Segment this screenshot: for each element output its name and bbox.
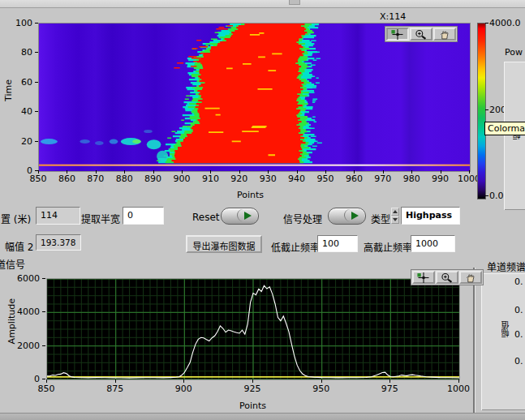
zoom-tool-button[interactable] <box>410 28 432 41</box>
reset-toggle[interactable] <box>221 208 259 225</box>
type-spinner <box>391 208 399 225</box>
right-bottom-panel-side-label: 幅值 <box>500 321 512 337</box>
tick-mark <box>67 170 67 174</box>
cursor-tool-button[interactable] <box>412 271 435 284</box>
x-tick-label: 950 <box>312 384 329 394</box>
x-tick-label: 930 <box>260 174 277 184</box>
low-cutoff-label: 低截止频率 <box>271 240 320 254</box>
x-tick-label: 975 <box>381 384 398 394</box>
x-tick-label: 850 <box>38 384 55 394</box>
half-width-input[interactable]: 0 <box>123 207 164 225</box>
tick-mark <box>183 379 184 383</box>
x-tick-label: 970 <box>374 174 391 184</box>
hand-icon <box>462 272 480 283</box>
tick-mark <box>252 379 253 383</box>
x-tick-label: 850 <box>30 174 47 184</box>
x-tick-label: 980 <box>403 174 420 184</box>
y-tick-label: 80 <box>21 47 32 58</box>
y-tick-label: 2000 <box>17 341 40 351</box>
colorbar-tick-label: 0.0 <box>489 191 504 201</box>
tick-mark <box>42 311 45 312</box>
signal-graph-palette <box>411 269 484 285</box>
tick-mark <box>441 170 441 174</box>
zoom-tool-button[interactable] <box>436 271 458 284</box>
tick-mark <box>46 379 47 383</box>
x-tick-label: 1000 <box>447 384 470 394</box>
y-tick-label: 40 <box>21 106 32 117</box>
x-tick-label: 950 <box>317 174 334 184</box>
crosshair-icon <box>389 29 407 40</box>
y-tick-label: 20 <box>21 136 32 147</box>
tick-mark <box>42 379 45 379</box>
x-tick-label: 900 <box>174 174 191 184</box>
amplitude2-label: 幅值 2 <box>5 239 33 253</box>
x-tick-label: 880 <box>116 174 133 184</box>
signal-chart-canvas <box>47 279 459 379</box>
tick-mark <box>96 170 97 174</box>
filter-type-combo[interactable]: Highpass <box>401 207 460 225</box>
window-bottom-edge <box>0 413 525 420</box>
colorbar-tick-label: 4000.0 <box>489 18 521 28</box>
x-tick-label: 890 <box>144 174 161 184</box>
waterfall-x-axis-title: Points <box>237 190 264 200</box>
tick-mark <box>115 379 116 383</box>
x-tick-label: 960 <box>346 174 363 184</box>
tick-mark <box>268 170 269 174</box>
down-arrow-icon <box>393 218 398 221</box>
x-tick-label: 940 <box>288 174 305 184</box>
colormap-tooltip: Colormap <box>484 122 525 135</box>
signal-processing-toggle[interactable] <box>328 208 366 225</box>
export-waterfall-button[interactable]: 导出瀑布图数据 <box>186 235 262 253</box>
right-bottom-panel-y-axis: 0.0.0.0. <box>511 273 525 371</box>
position-label: 置 (米) <box>1 212 31 225</box>
toggle-arrow-icon <box>351 212 359 220</box>
tick-mark <box>182 170 183 174</box>
tick-mark <box>325 170 326 174</box>
tick-mark <box>383 170 384 174</box>
toggle-arrow-icon <box>244 212 252 220</box>
up-arrow-icon <box>393 210 398 213</box>
y-tick-label: 6000 <box>17 273 40 284</box>
signal-y-axis: 6000400020000 <box>16 278 45 379</box>
half-width-label: 提取半宽 <box>81 212 120 225</box>
signal-plot[interactable] <box>46 278 460 380</box>
reset-label: Reset <box>192 212 220 223</box>
x-tick-label: 875 <box>106 384 123 394</box>
y-tick-label: 100 <box>15 18 32 28</box>
type-decrement-button[interactable] <box>391 216 399 224</box>
tick-mark <box>42 345 45 346</box>
cursor-readout: X:114 <box>380 11 406 22</box>
waterfall-graph-palette <box>385 26 458 42</box>
y-tick-label: 4000 <box>17 306 40 317</box>
pan-tool-button[interactable] <box>459 271 482 284</box>
signal-chart-title: 道信号 <box>0 257 25 271</box>
waterfall-x-axis: 8508608708808909009109209309409509609709… <box>38 170 469 186</box>
crosshair-icon <box>415 272 432 283</box>
cursor-tool-button[interactable] <box>386 28 409 41</box>
tick-mark <box>124 170 125 174</box>
pan-tool-button[interactable] <box>433 28 456 41</box>
position-indicator: 114 <box>36 207 80 225</box>
waterfall-plot[interactable] <box>38 23 471 172</box>
tick-mark <box>321 379 322 383</box>
tick-mark <box>485 109 488 110</box>
magnifier-icon <box>412 29 430 40</box>
waterfall-heatmap-canvas <box>39 24 470 171</box>
low-cutoff-input[interactable]: 100 <box>317 235 358 252</box>
type-increment-button[interactable] <box>391 208 399 216</box>
x-tick-label: 920 <box>230 174 247 184</box>
x-tick-label: 910 <box>202 174 219 184</box>
y-tick-label-partial: 0. <box>514 276 523 287</box>
right-bottom-panel-title: 单道频谱 <box>487 259 525 273</box>
signal-x-axis: 8508759009259509751000 <box>46 379 458 396</box>
high-cutoff-input[interactable]: 1000 <box>411 235 455 252</box>
signal-processing-toggle-knob <box>344 209 364 221</box>
tick-mark <box>469 170 470 174</box>
y-tick-label: 60 <box>21 77 32 88</box>
tick-mark <box>153 170 154 174</box>
y-tick-label-partial: 0. <box>514 329 523 340</box>
tick-mark <box>42 278 45 279</box>
tick-mark <box>38 170 39 174</box>
waterfall-y-axis: 100806040200 <box>11 23 38 170</box>
tick-mark <box>239 170 240 174</box>
